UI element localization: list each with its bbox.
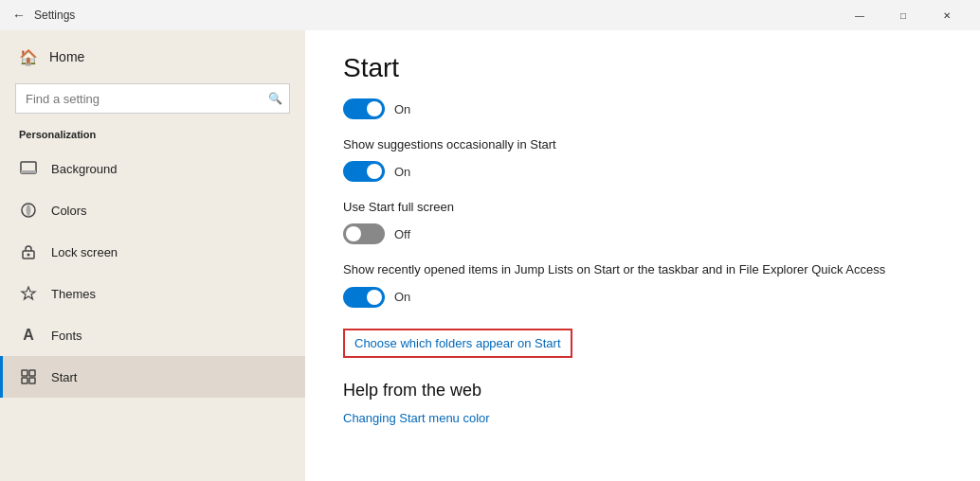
- setting-row-4: Show recently opened items in Jump Lists…: [343, 261, 942, 307]
- toggle-1-knob: [367, 101, 382, 116]
- toggle-3-knob: [346, 226, 361, 241]
- app-body: 🏠 Home 🔍 Personalization Background: [0, 30, 980, 481]
- toggle-row-1: On: [343, 98, 942, 119]
- toggle-3[interactable]: [343, 223, 385, 244]
- toggle-4-label: On: [394, 290, 410, 304]
- start-icon: [19, 368, 38, 385]
- minimize-button[interactable]: —: [838, 0, 881, 30]
- search-icon: 🔍: [268, 92, 282, 105]
- svg-rect-5: [22, 370, 27, 376]
- setting-row-2: Show suggestions occasionally in Start O…: [343, 136, 942, 182]
- lockscreen-label: Lock screen: [51, 245, 118, 259]
- home-label: Home: [49, 49, 84, 64]
- fonts-icon: A: [19, 327, 38, 344]
- themes-label: Themes: [51, 287, 96, 301]
- content-area: Start On Show suggestions occasionally i…: [305, 30, 980, 481]
- svg-rect-6: [29, 370, 35, 376]
- close-button[interactable]: ✕: [925, 0, 969, 30]
- svg-rect-1: [21, 170, 36, 173]
- minimize-icon: —: [855, 10, 864, 21]
- maximize-icon: □: [900, 10, 906, 21]
- maximize-button[interactable]: □: [881, 0, 925, 30]
- toggle-4-knob: [367, 290, 382, 305]
- svg-rect-7: [22, 378, 27, 383]
- web-link-1[interactable]: Changing Start menu color: [343, 411, 490, 425]
- sidebar-item-fonts[interactable]: A Fonts: [0, 314, 305, 356]
- colors-label: Colors: [51, 204, 87, 218]
- back-button[interactable]: ←: [11, 8, 27, 23]
- sidebar-item-start[interactable]: Start: [0, 356, 305, 398]
- search-input[interactable]: [15, 83, 290, 114]
- toggle-2-label: On: [394, 165, 410, 179]
- toggle-row-2: On: [343, 161, 942, 182]
- toggle-row-4: On: [343, 287, 942, 308]
- link-row: Choose which folders appear on Start: [343, 325, 942, 358]
- sidebar-item-themes[interactable]: Themes: [0, 273, 305, 314]
- themes-icon: [19, 285, 38, 302]
- sidebar-item-lockscreen[interactable]: Lock screen: [0, 231, 305, 273]
- colors-icon: [19, 202, 38, 219]
- svg-rect-8: [29, 378, 35, 383]
- sidebar: 🏠 Home 🔍 Personalization Background: [0, 30, 305, 481]
- toggle-2[interactable]: [343, 161, 385, 182]
- toggle-row-3: Off: [343, 223, 942, 244]
- setting-row-3: Use Start full screen Off: [343, 199, 942, 244]
- close-icon: ✕: [943, 10, 951, 21]
- background-icon: [19, 160, 38, 177]
- svg-point-4: [27, 254, 30, 257]
- titlebar: ← Settings — □ ✕: [0, 0, 980, 30]
- toggle-2-knob: [367, 164, 382, 179]
- toggle-4[interactable]: [343, 287, 385, 308]
- window-title: Settings: [34, 9, 830, 22]
- setting-label-2: Show suggestions occasionally in Start: [343, 136, 942, 153]
- sidebar-item-background[interactable]: Background: [0, 148, 305, 189]
- setting-row-1: On: [343, 98, 942, 119]
- lockscreen-icon: [19, 243, 38, 260]
- sidebar-search: 🔍: [15, 83, 290, 114]
- window-controls: — □ ✕: [838, 0, 969, 30]
- fonts-label: Fonts: [51, 329, 82, 343]
- sidebar-section-label: Personalization: [0, 125, 305, 148]
- page-title: Start: [343, 53, 942, 83]
- help-heading: Help from the web: [343, 381, 942, 401]
- setting-label-3: Use Start full screen: [343, 199, 942, 216]
- start-label: Start: [51, 370, 77, 384]
- choose-folders-link[interactable]: Choose which folders appear on Start: [343, 329, 572, 358]
- toggle-3-label: Off: [394, 227, 410, 241]
- toggle-1[interactable]: [343, 98, 385, 119]
- toggle-1-label: On: [394, 102, 410, 116]
- sidebar-item-home[interactable]: 🏠 Home: [0, 38, 305, 76]
- background-label: Background: [51, 162, 117, 176]
- home-icon: 🏠: [19, 48, 38, 66]
- setting-label-4: Show recently opened items in Jump Lists…: [343, 261, 942, 278]
- sidebar-item-colors[interactable]: Colors: [0, 189, 305, 231]
